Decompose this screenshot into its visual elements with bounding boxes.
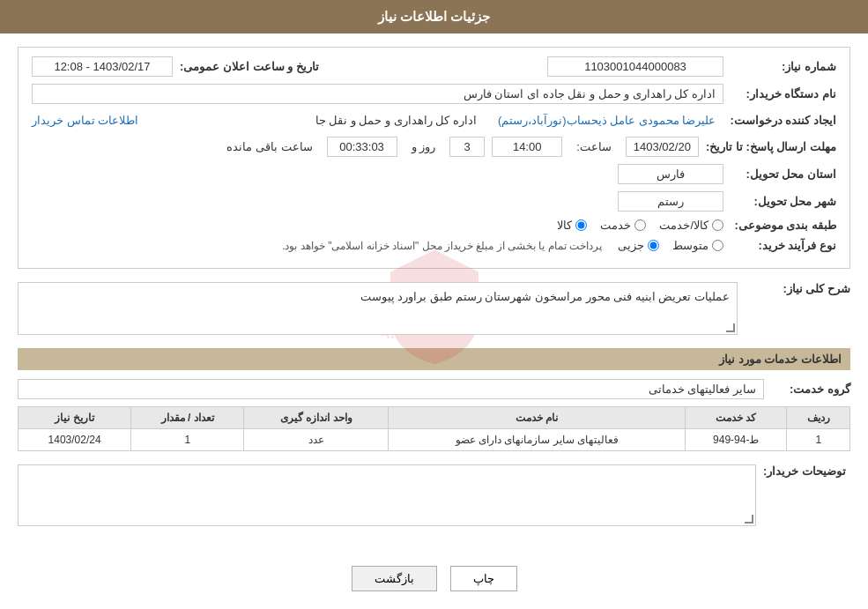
category-radio-group: کالا/خدمت خدمت کالا <box>557 219 723 232</box>
row-need-desc: شرح کلی نیاز: عملیات تعریض ابنیه فنی محو… <box>18 282 850 335</box>
contact-link[interactable]: اطلاعات تماس خریدار <box>32 114 138 127</box>
deadline-time-label: ساعت: <box>569 137 619 156</box>
category-khedmat-label: خدمت <box>600 219 631 232</box>
col-unit: واحد اندازه گیری <box>244 407 389 429</box>
col-date: تاریخ نیاز <box>19 407 131 429</box>
announce-value: 1403/02/17 - 12:08 <box>32 56 173 77</box>
category-kala-label: کالا <box>557 219 572 232</box>
province-label: استان محل تحویل: <box>731 167 836 181</box>
col-row: ردیف <box>787 407 850 429</box>
buyer-desc-section: توضیحات خریدار: <box>18 464 850 539</box>
back-button[interactable]: بازگشت <box>352 566 437 591</box>
col-name: نام خدمت <box>389 407 686 429</box>
category-kala-khedmat-item: کالا/خدمت <box>659 219 723 232</box>
category-kala-radio[interactable] <box>575 219 587 231</box>
services-section: اطلاعات خدمات مورد نیاز گروه خدمت: سایر … <box>18 348 850 451</box>
services-group-row: گروه خدمت: سایر فعالیتهای خدماتی <box>18 379 850 399</box>
cell-qty: 1 <box>131 429 244 451</box>
deadline-day-label: روز و <box>404 137 443 156</box>
category-khedmat-radio[interactable] <box>634 219 646 231</box>
category-kala-item: کالا <box>557 219 587 232</box>
process-radio-group: متوسط جزیی <box>618 239 723 252</box>
row-buyer: نام دستگاه خریدار: اداره کل راهداری و حم… <box>32 84 836 104</box>
row-creator: ایجاد کننده درخواست: علیرضا محمودی عامل … <box>32 111 836 130</box>
cell-name: فعالیتهای سایر سازمانهای دارای عضو <box>389 429 686 451</box>
remaining-time: 00:33:03 <box>327 137 397 157</box>
buyer-value: اداره کل راهداری و حمل و نقل جاده ای است… <box>32 84 723 104</box>
deadline-label: مهلت ارسال پاسخ: تا تاریخ: <box>706 140 836 153</box>
process-motavaset-radio[interactable] <box>712 240 723 251</box>
creator-value[interactable]: علیرضا محمودی عامل ذیحساب(نورآباد،رستم) <box>491 111 723 130</box>
cell-date: 1403/02/24 <box>19 429 131 451</box>
process-motavaset-item: متوسط <box>672 239 723 252</box>
page-wrapper: جزئیات اطلاعات نیاز شماره نیاز: 11030010… <box>0 0 868 609</box>
announce-label: تاریخ و ساعت اعلان عمومی: <box>180 60 319 73</box>
deadline-date: 1403/02/20 <box>626 137 699 157</box>
print-button[interactable]: چاپ <box>450 566 517 591</box>
category-label: طبقه بندی موضوعی: <box>731 219 836 232</box>
cell-unit: عدد <box>244 429 389 451</box>
deadline-time: 14:00 <box>492 137 562 157</box>
need-desc-box: عملیات تعریض ابنیه فنی محور مراسخون شهرس… <box>18 282 738 335</box>
process-jozvi-label: جزیی <box>618 239 644 252</box>
province-value: فارس <box>618 164 723 184</box>
services-group-label: گروه خدمت: <box>771 382 850 396</box>
process-label: نوع فرآیند خرید: <box>731 239 836 252</box>
remaining-label: ساعت باقی مانده <box>219 137 319 156</box>
category-kala-khedmat-label: کالا/خدمت <box>659 219 708 232</box>
row-province: استان محل تحویل: فارس <box>32 164 836 184</box>
services-header: اطلاعات خدمات مورد نیاز <box>18 348 850 370</box>
button-row: چاپ بازگشت <box>18 553 850 605</box>
page-header: جزئیات اطلاعات نیاز <box>0 0 868 33</box>
process-motavaset-label: متوسط <box>672 239 708 252</box>
buyer-desc-box <box>18 464 756 526</box>
deadline-day: 3 <box>449 137 485 157</box>
col-code: کد خدمت <box>686 407 787 429</box>
need-desc-section: Alis شرح کلی نیاز: عملیات تعریض ابنیه فن… <box>18 282 850 335</box>
city-value: رستم <box>618 191 723 212</box>
process-jozvi-item: جزیی <box>618 239 659 252</box>
services-group-value: سایر فعالیتهای خدماتی <box>18 379 764 399</box>
table-header-row: ردیف کد خدمت نام خدمت واحد اندازه گیری ت… <box>19 407 850 429</box>
buyer-desc-label: توضیحات خریدار: <box>763 464 850 478</box>
city-label: شهر محل تحویل: <box>731 195 836 208</box>
row-number: شماره نیاز: 1103001044000083 تاریخ و ساع… <box>32 56 836 77</box>
page-title: جزئیات اطلاعات نیاز <box>378 9 490 24</box>
table-body: 1 ط-94-949 فعالیتهای سایر سازمانهای دارا… <box>19 429 850 451</box>
content-area: شماره نیاز: 1103001044000083 تاریخ و ساع… <box>0 33 868 609</box>
buyer-label: نام دستگاه خریدار: <box>731 87 836 100</box>
services-section-title: اطلاعات خدمات مورد نیاز <box>719 353 842 366</box>
col-qty: تعداد / مقدار <box>131 407 244 429</box>
resize-icon <box>726 323 735 332</box>
creator-label: ایجاد کننده درخواست: <box>730 114 836 127</box>
row-city: شهر محل تحویل: رستم <box>32 191 836 212</box>
cell-code: ط-94-949 <box>686 429 787 451</box>
info-block: شماره نیاز: 1103001044000083 تاریخ و ساع… <box>18 47 850 269</box>
process-jozvi-radio[interactable] <box>648 240 659 251</box>
row-process: نوع فرآیند خرید: متوسط جزیی پرداخت تمام … <box>32 239 836 252</box>
number-value: 1103001044000083 <box>547 56 723 77</box>
table-row: 1 ط-94-949 فعالیتهای سایر سازمانهای دارا… <box>19 429 850 451</box>
need-desc-label: شرح کلی نیاز: <box>745 282 850 295</box>
number-label: شماره نیاز: <box>731 60 836 73</box>
category-khedmat-item: خدمت <box>600 219 646 232</box>
creator-org: اداره کل راهداری و حمل و نقل جا <box>308 111 484 130</box>
row-category: طبقه بندی موضوعی: کالا/خدمت خدمت کالا <box>32 219 836 232</box>
need-desc-text: عملیات تعریض ابنیه فنی محور مراسخون شهرس… <box>360 290 730 303</box>
category-kala-khedmat-radio[interactable] <box>712 219 723 231</box>
buyer-desc-resize-icon <box>745 515 753 524</box>
row-deadline: مهلت ارسال پاسخ: تا تاریخ: 1403/02/20 سا… <box>32 137 836 157</box>
services-table: ردیف کد خدمت نام خدمت واحد اندازه گیری ت… <box>18 406 850 451</box>
table-header: ردیف کد خدمت نام خدمت واحد اندازه گیری ت… <box>19 407 850 429</box>
cell-row: 1 <box>787 429 850 451</box>
process-note: پرداخت تمام یا بخشی از مبلغ خریداز محل "… <box>282 240 602 252</box>
